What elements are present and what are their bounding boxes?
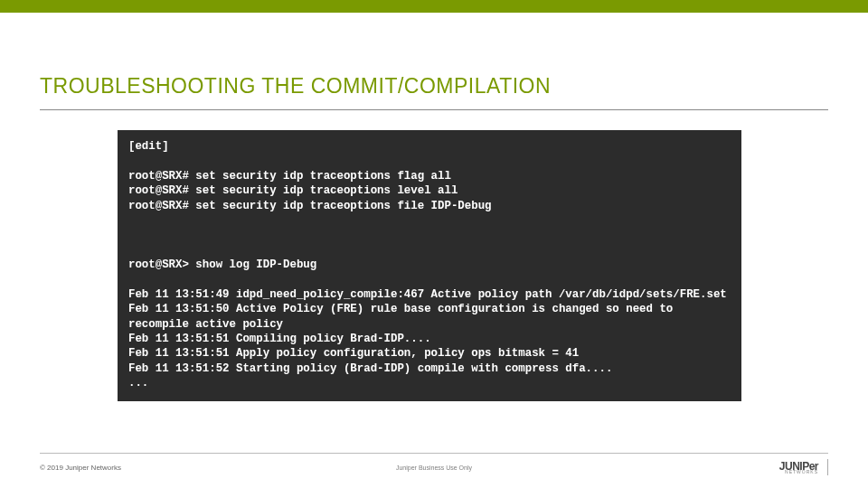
logo-divider xyxy=(827,459,828,475)
footer-classification: Juniper Business Use Only xyxy=(396,465,472,471)
copyright-text: © 2019 Juniper Networks xyxy=(40,464,121,472)
logo-text-stack: JUNIPer NETWORKS xyxy=(779,461,818,474)
heading-divider xyxy=(40,109,828,110)
terminal-output: [edit] root@SRX# set security idp traceo… xyxy=(118,130,741,401)
juniper-logo: JUNIPer NETWORKS xyxy=(779,459,828,475)
slide-body: TROUBLESHOOTING THE COMMIT/COMPILATION [… xyxy=(0,13,868,488)
brand-top-bar xyxy=(0,0,868,13)
page-title: TROUBLESHOOTING THE COMMIT/COMPILATION xyxy=(0,13,868,109)
footer: © 2019 Juniper Networks Juniper Business… xyxy=(40,453,828,475)
logo-subtext: NETWORKS xyxy=(785,470,818,474)
